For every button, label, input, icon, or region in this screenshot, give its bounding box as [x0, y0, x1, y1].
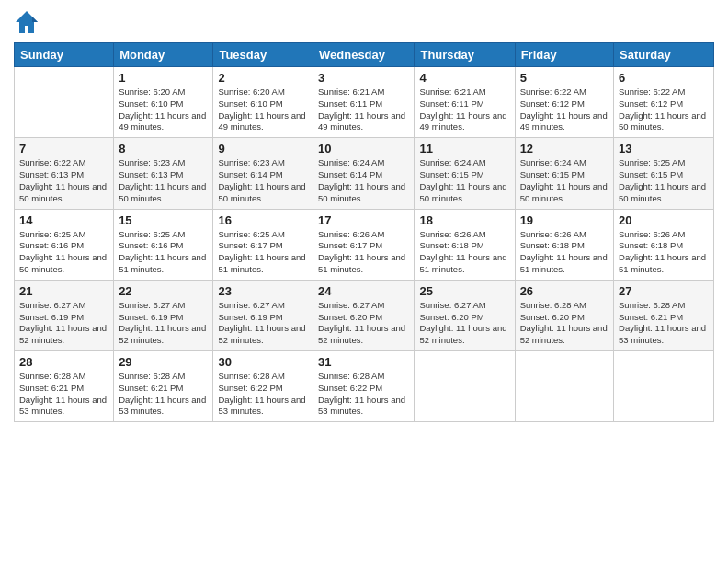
day-number: 27	[619, 284, 709, 298]
day-number: 11	[419, 142, 509, 155]
calendar-weekday-tuesday: Tuesday	[213, 43, 313, 67]
day-number: 31	[318, 355, 409, 369]
calendar-cell	[614, 351, 714, 422]
day-number: 2	[218, 71, 308, 85]
day-info: Sunrise: 6:28 AM Sunset: 6:21 PM Dayligh…	[619, 300, 709, 347]
calendar-cell: 4Sunrise: 6:21 AM Sunset: 6:11 PM Daylig…	[415, 67, 515, 138]
calendar-weekday-friday: Friday	[515, 43, 613, 67]
day-number: 15	[119, 213, 208, 227]
day-info: Sunrise: 6:27 AM Sunset: 6:19 PM Dayligh…	[218, 300, 308, 347]
day-info: Sunrise: 6:28 AM Sunset: 6:22 PM Dayligh…	[318, 371, 409, 418]
day-info: Sunrise: 6:25 AM Sunset: 6:17 PM Dayligh…	[218, 229, 308, 276]
day-number: 29	[119, 355, 208, 369]
day-number: 7	[19, 142, 108, 155]
day-info: Sunrise: 6:25 AM Sunset: 6:15 PM Dayligh…	[619, 157, 709, 204]
calendar-cell: 7Sunrise: 6:22 AM Sunset: 6:13 PM Daylig…	[15, 138, 114, 209]
calendar-cell	[15, 67, 114, 138]
day-number: 20	[619, 213, 709, 227]
logo	[14, 9, 43, 35]
day-number: 9	[218, 142, 308, 155]
calendar-weekday-sunday: Sunday	[15, 43, 114, 67]
day-info: Sunrise: 6:22 AM Sunset: 6:12 PM Dayligh…	[619, 86, 709, 133]
day-number: 21	[19, 284, 108, 298]
calendar-week-row: 7Sunrise: 6:22 AM Sunset: 6:13 PM Daylig…	[15, 138, 714, 209]
calendar-cell: 25Sunrise: 6:27 AM Sunset: 6:20 PM Dayli…	[415, 280, 515, 350]
day-number: 17	[318, 213, 409, 227]
day-number: 25	[419, 284, 509, 298]
calendar-cell: 18Sunrise: 6:26 AM Sunset: 6:18 PM Dayli…	[415, 209, 515, 280]
calendar-cell: 5Sunrise: 6:22 AM Sunset: 6:12 PM Daylig…	[515, 67, 613, 138]
calendar-cell: 30Sunrise: 6:28 AM Sunset: 6:22 PM Dayli…	[213, 351, 313, 422]
day-number: 19	[520, 213, 609, 227]
calendar-weekday-thursday: Thursday	[415, 43, 515, 67]
calendar-cell: 27Sunrise: 6:28 AM Sunset: 6:21 PM Dayli…	[614, 280, 714, 350]
day-number: 12	[520, 142, 609, 155]
header	[14, 9, 714, 35]
calendar-cell: 22Sunrise: 6:27 AM Sunset: 6:19 PM Dayli…	[114, 280, 213, 350]
calendar-cell: 12Sunrise: 6:24 AM Sunset: 6:15 PM Dayli…	[515, 138, 613, 209]
calendar-cell: 3Sunrise: 6:21 AM Sunset: 6:11 PM Daylig…	[313, 67, 415, 138]
day-info: Sunrise: 6:26 AM Sunset: 6:17 PM Dayligh…	[318, 229, 409, 276]
day-info: Sunrise: 6:27 AM Sunset: 6:20 PM Dayligh…	[419, 300, 509, 347]
calendar-cell: 2Sunrise: 6:20 AM Sunset: 6:10 PM Daylig…	[213, 67, 313, 138]
day-number: 28	[19, 355, 108, 369]
logo-icon	[14, 9, 40, 35]
calendar-week-row: 1Sunrise: 6:20 AM Sunset: 6:10 PM Daylig…	[15, 67, 714, 138]
calendar-week-row: 21Sunrise: 6:27 AM Sunset: 6:19 PM Dayli…	[15, 280, 714, 350]
day-info: Sunrise: 6:22 AM Sunset: 6:13 PM Dayligh…	[19, 157, 108, 204]
calendar-cell: 15Sunrise: 6:25 AM Sunset: 6:16 PM Dayli…	[114, 209, 213, 280]
day-info: Sunrise: 6:26 AM Sunset: 6:18 PM Dayligh…	[419, 229, 509, 276]
day-number: 22	[119, 284, 208, 298]
day-info: Sunrise: 6:24 AM Sunset: 6:15 PM Dayligh…	[520, 157, 609, 204]
calendar-table: SundayMondayTuesdayWednesdayThursdayFrid…	[14, 42, 714, 422]
day-info: Sunrise: 6:21 AM Sunset: 6:11 PM Dayligh…	[318, 86, 409, 133]
calendar-weekday-wednesday: Wednesday	[313, 43, 415, 67]
calendar-cell: 13Sunrise: 6:25 AM Sunset: 6:15 PM Dayli…	[614, 138, 714, 209]
page: SundayMondayTuesdayWednesdayThursdayFrid…	[0, 0, 728, 563]
calendar-weekday-monday: Monday	[114, 43, 213, 67]
day-number: 23	[218, 284, 308, 298]
day-number: 1	[119, 71, 208, 85]
day-info: Sunrise: 6:28 AM Sunset: 6:22 PM Dayligh…	[218, 371, 308, 418]
day-number: 5	[520, 71, 609, 85]
day-info: Sunrise: 6:27 AM Sunset: 6:20 PM Dayligh…	[318, 300, 409, 347]
day-info: Sunrise: 6:27 AM Sunset: 6:19 PM Dayligh…	[19, 300, 108, 347]
calendar-cell: 11Sunrise: 6:24 AM Sunset: 6:15 PM Dayli…	[415, 138, 515, 209]
calendar-cell	[415, 351, 515, 422]
calendar-cell: 24Sunrise: 6:27 AM Sunset: 6:20 PM Dayli…	[313, 280, 415, 350]
calendar-cell: 29Sunrise: 6:28 AM Sunset: 6:21 PM Dayli…	[114, 351, 213, 422]
calendar-cell: 16Sunrise: 6:25 AM Sunset: 6:17 PM Dayli…	[213, 209, 313, 280]
calendar-cell: 20Sunrise: 6:26 AM Sunset: 6:18 PM Dayli…	[614, 209, 714, 280]
day-number: 14	[19, 213, 108, 227]
day-number: 24	[318, 284, 409, 298]
day-info: Sunrise: 6:24 AM Sunset: 6:14 PM Dayligh…	[318, 157, 409, 204]
day-info: Sunrise: 6:26 AM Sunset: 6:18 PM Dayligh…	[520, 229, 609, 276]
day-info: Sunrise: 6:27 AM Sunset: 6:19 PM Dayligh…	[119, 300, 208, 347]
day-info: Sunrise: 6:25 AM Sunset: 6:16 PM Dayligh…	[19, 229, 108, 276]
day-info: Sunrise: 6:20 AM Sunset: 6:10 PM Dayligh…	[218, 86, 308, 133]
calendar-cell: 8Sunrise: 6:23 AM Sunset: 6:13 PM Daylig…	[114, 138, 213, 209]
day-info: Sunrise: 6:24 AM Sunset: 6:15 PM Dayligh…	[419, 157, 509, 204]
day-number: 8	[119, 142, 208, 155]
calendar-cell: 28Sunrise: 6:28 AM Sunset: 6:21 PM Dayli…	[15, 351, 114, 422]
day-info: Sunrise: 6:28 AM Sunset: 6:20 PM Dayligh…	[520, 300, 609, 347]
calendar-cell: 6Sunrise: 6:22 AM Sunset: 6:12 PM Daylig…	[614, 67, 714, 138]
calendar-cell: 14Sunrise: 6:25 AM Sunset: 6:16 PM Dayli…	[15, 209, 114, 280]
calendar-cell: 26Sunrise: 6:28 AM Sunset: 6:20 PM Dayli…	[515, 280, 613, 350]
day-number: 13	[619, 142, 709, 155]
calendar-cell: 17Sunrise: 6:26 AM Sunset: 6:17 PM Dayli…	[313, 209, 415, 280]
calendar-week-row: 14Sunrise: 6:25 AM Sunset: 6:16 PM Dayli…	[15, 209, 714, 280]
day-info: Sunrise: 6:21 AM Sunset: 6:11 PM Dayligh…	[419, 86, 509, 133]
calendar-cell	[515, 351, 613, 422]
day-info: Sunrise: 6:28 AM Sunset: 6:21 PM Dayligh…	[119, 371, 208, 418]
calendar-cell: 31Sunrise: 6:28 AM Sunset: 6:22 PM Dayli…	[313, 351, 415, 422]
day-info: Sunrise: 6:22 AM Sunset: 6:12 PM Dayligh…	[520, 86, 609, 133]
calendar-cell: 10Sunrise: 6:24 AM Sunset: 6:14 PM Dayli…	[313, 138, 415, 209]
day-number: 10	[318, 142, 409, 155]
calendar-week-row: 28Sunrise: 6:28 AM Sunset: 6:21 PM Dayli…	[15, 351, 714, 422]
day-info: Sunrise: 6:25 AM Sunset: 6:16 PM Dayligh…	[119, 229, 208, 276]
day-info: Sunrise: 6:20 AM Sunset: 6:10 PM Dayligh…	[119, 86, 208, 133]
day-info: Sunrise: 6:26 AM Sunset: 6:18 PM Dayligh…	[619, 229, 709, 276]
calendar-cell: 1Sunrise: 6:20 AM Sunset: 6:10 PM Daylig…	[114, 67, 213, 138]
calendar-weekday-saturday: Saturday	[614, 43, 714, 67]
